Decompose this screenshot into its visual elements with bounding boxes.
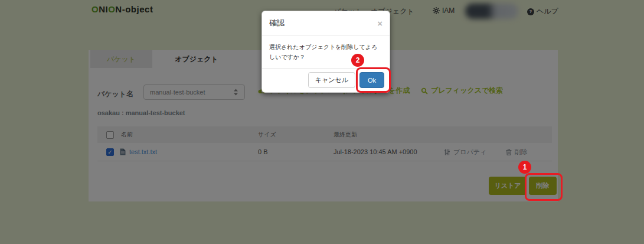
dialog-header: 確認 × bbox=[262, 11, 390, 35]
dialog-footer: キャンセル Ok bbox=[262, 68, 390, 92]
ok-button[interactable]: Ok bbox=[359, 72, 384, 88]
close-icon[interactable]: × bbox=[377, 19, 383, 28]
confirm-dialog: 確認 × 選択されたオブジェクトを削除してよろしいですか？ キャンセル Ok bbox=[261, 11, 390, 93]
app-window: ONION-object バケット オブジェクト IAM ? ヘルプ バケット bbox=[0, 0, 644, 244]
cancel-button[interactable]: キャンセル bbox=[308, 72, 355, 88]
dialog-title: 確認 bbox=[269, 18, 285, 28]
dialog-message: 選択されたオブジェクトを削除してよろしいですか？ bbox=[262, 35, 390, 68]
